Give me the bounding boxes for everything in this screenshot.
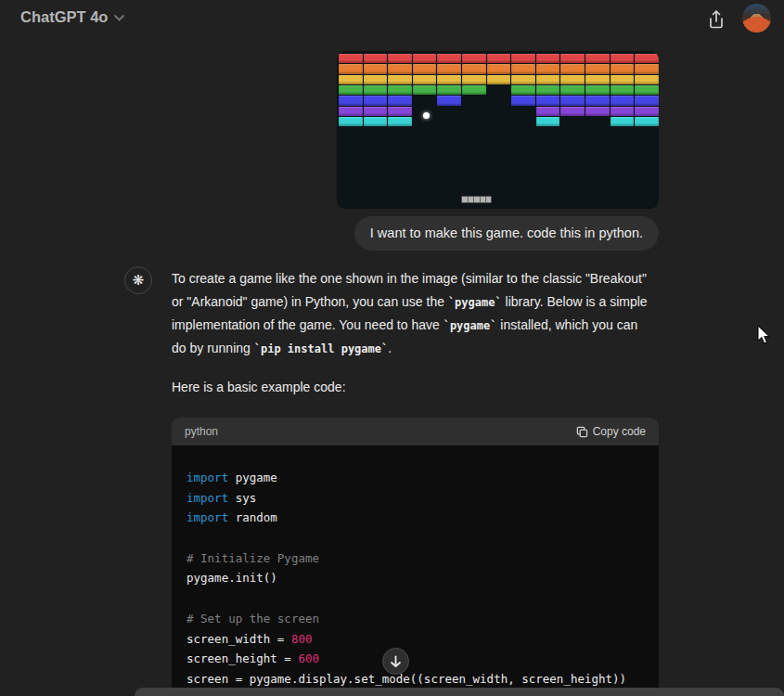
brick-blue: [560, 96, 585, 105]
share-icon: [707, 9, 726, 30]
brick-yellow: [610, 75, 635, 84]
brick-red: [339, 54, 363, 63]
brick-blue: [511, 96, 535, 105]
code-line: # Set up the screen: [186, 609, 644, 629]
brick-blue: [339, 96, 363, 105]
paragraph-line: do by running `pip install pygame`.: [172, 337, 673, 360]
code-line: import sys: [186, 488, 644, 509]
code-line: pygame.init(): [186, 568, 644, 588]
uploaded-game-image[interactable]: [337, 51, 659, 209]
copy-code-label: Copy code: [593, 425, 646, 438]
brick-blue: [610, 96, 635, 105]
brick-orange: [635, 64, 659, 73]
brick-cyan: [388, 117, 412, 126]
brick-blue: [536, 96, 560, 105]
scroll-to-bottom-button[interactable]: [382, 648, 409, 675]
brick-blue: [437, 96, 461, 105]
brick-purple: [635, 107, 659, 116]
brick-purple: [364, 107, 388, 116]
brick-blue: [364, 96, 388, 105]
brick-red: [413, 54, 437, 63]
code-content: import pygameimport sysimport random # I…: [172, 445, 659, 696]
brick-purple: [339, 107, 363, 116]
brick-green: [610, 85, 635, 95]
brick-green: [437, 85, 461, 95]
mouse-cursor: [757, 325, 771, 345]
brick-orange: [388, 64, 412, 73]
code-block: python Copy code import pygameimport sys…: [172, 418, 659, 696]
brick-purple: [610, 107, 635, 116]
brick-orange: [560, 64, 585, 73]
copy-code-button[interactable]: Copy code: [576, 425, 646, 438]
chevron-down-icon: [114, 15, 124, 21]
brick-yellow: [462, 75, 486, 84]
brick-purple: [585, 107, 610, 116]
brick-green: [511, 85, 535, 95]
model-selector[interactable]: ChatGPT 4o: [20, 8, 124, 26]
brick-red: [536, 54, 560, 63]
brick-purple: [560, 107, 585, 116]
brick-yellow: [536, 75, 560, 84]
brick-cyan: [536, 117, 560, 126]
brick-yellow: [585, 75, 610, 84]
code-line: screen = pygame.display.set_mode((screen…: [186, 669, 644, 690]
brick-red: [462, 54, 486, 63]
brick-orange: [413, 64, 437, 73]
brick-orange: [487, 64, 511, 73]
brick-green: [560, 85, 585, 95]
brick-cyan: [635, 117, 659, 126]
code-line: [186, 588, 644, 609]
brick-orange: [437, 64, 461, 73]
paragraph-line: Here is a basic example code:: [172, 376, 673, 399]
inline-code: `pip install pygame`: [254, 342, 389, 355]
assistant-paragraph: Here is a basic example code:: [172, 376, 673, 399]
inline-code: `pygame`: [448, 296, 502, 309]
brick-cyan: [364, 117, 388, 126]
game-ball: [423, 112, 430, 119]
brick-red: [487, 54, 511, 63]
brick-yellow: [487, 75, 511, 84]
paragraph-line: To create a game like the one shown in t…: [172, 267, 673, 290]
brick-green: [388, 85, 412, 95]
code-line: import pygame: [186, 468, 644, 488]
brick-orange: [462, 64, 486, 73]
brick-orange: [536, 64, 560, 73]
share-button[interactable]: [704, 7, 728, 32]
brick-orange: [585, 64, 610, 73]
message-composer[interactable]: [135, 688, 784, 696]
brick-purple: [388, 107, 412, 116]
brick-red: [364, 54, 388, 63]
paragraph-line: or "Arkanoid" game) in Python, you can u…: [172, 290, 673, 314]
assistant-avatar: ❋: [124, 266, 152, 294]
brick-green: [585, 85, 610, 95]
brick-yellow: [364, 75, 388, 84]
brick-purple: [536, 107, 560, 116]
brick-cyan: [339, 117, 363, 126]
brick-orange: [610, 64, 635, 73]
chatgpt-window: ChatGPT 4o I want to make this game. cod…: [0, 0, 784, 696]
brick-green: [536, 85, 560, 95]
avatar[interactable]: [742, 4, 771, 32]
brick-yellow: [511, 75, 535, 84]
copy-icon: [576, 426, 588, 438]
openai-logo-icon: ❋: [133, 272, 145, 289]
user-message-bubble: I want to make this game. code this in p…: [354, 216, 659, 251]
user-message-text: I want to make this game. code this in p…: [370, 226, 643, 240]
top-bar: ChatGPT 4o: [0, 0, 784, 41]
brick-red: [585, 54, 610, 63]
brick-blue: [585, 96, 610, 105]
code-line: import random: [186, 508, 644, 528]
paragraph-line: implementation of the game. You need to …: [172, 314, 673, 337]
brick-orange: [511, 64, 535, 73]
brick-red: [610, 54, 635, 63]
brick-green: [462, 85, 486, 95]
brick-yellow: [413, 75, 437, 84]
app-title: ChatGPT 4o: [20, 8, 108, 26]
code-line: screen_height = 600: [186, 649, 644, 669]
brick-orange: [339, 64, 363, 73]
brick-red: [388, 54, 412, 63]
brick-yellow: [560, 75, 585, 84]
brick-red: [560, 54, 585, 63]
brick-yellow: [388, 75, 412, 84]
brick-yellow: [339, 75, 363, 84]
